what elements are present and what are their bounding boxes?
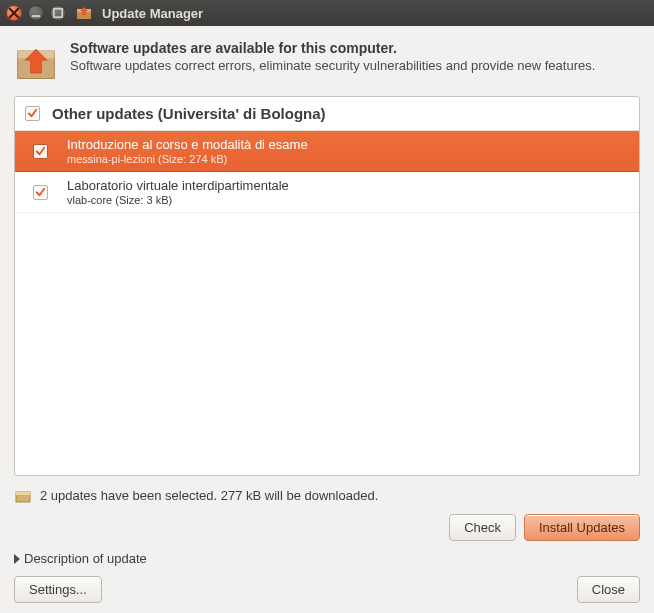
item-subtitle: vlab-core (Size: 3 kB) xyxy=(67,194,629,206)
item-subtitle: messina-pi-lezioni (Size: 274 kB) xyxy=(67,153,629,165)
window-title: Update Manager xyxy=(102,6,203,21)
svg-rect-7 xyxy=(16,492,30,495)
app-icon xyxy=(76,5,92,21)
close-button[interactable]: Close xyxy=(577,576,640,603)
status-text: 2 updates have been selected. 277 kB wil… xyxy=(40,488,378,503)
item-checkbox[interactable] xyxy=(33,144,48,159)
item-checkbox[interactable] xyxy=(33,185,48,200)
maximize-icon[interactable] xyxy=(50,5,66,21)
group-title: Other updates (Universita' di Bologna) xyxy=(52,105,326,122)
settings-button[interactable]: Settings... xyxy=(14,576,102,603)
titlebar: Update Manager xyxy=(0,0,654,26)
action-buttons: Check Install Updates xyxy=(14,514,640,541)
chevron-right-icon xyxy=(14,554,20,564)
list-item[interactable]: Introduzione al corso e modalità di esam… xyxy=(15,131,639,172)
check-button[interactable]: Check xyxy=(449,514,516,541)
group-checkbox[interactable] xyxy=(25,106,40,121)
status-row: 2 updates have been selected. 277 kB wil… xyxy=(14,486,640,504)
header-heading: Software updates are available for this … xyxy=(70,40,595,56)
minimize-icon[interactable] xyxy=(28,5,44,21)
item-title: Introduzione al corso e modalità di esam… xyxy=(67,137,629,152)
close-icon[interactable] xyxy=(6,5,22,21)
item-title: Laboratorio virtuale interdipartimentale xyxy=(67,178,629,193)
description-expander[interactable]: Description of update xyxy=(14,551,640,566)
updates-list: Other updates (Universita' di Bologna) I… xyxy=(14,96,640,476)
download-size-icon xyxy=(14,486,32,504)
content-area: Software updates are available for this … xyxy=(0,26,654,613)
package-update-icon xyxy=(14,40,58,84)
expander-label: Description of update xyxy=(24,551,147,566)
svg-rect-0 xyxy=(32,15,40,17)
install-updates-button[interactable]: Install Updates xyxy=(524,514,640,541)
updates-group-header[interactable]: Other updates (Universita' di Bologna) xyxy=(15,97,639,131)
svg-rect-1 xyxy=(54,9,62,17)
list-item[interactable]: Laboratorio virtuale interdipartimentale… xyxy=(15,172,639,213)
info-header: Software updates are available for this … xyxy=(14,40,640,84)
bottom-buttons: Settings... Close xyxy=(14,576,640,603)
header-subtext: Software updates correct errors, elimina… xyxy=(70,58,595,75)
